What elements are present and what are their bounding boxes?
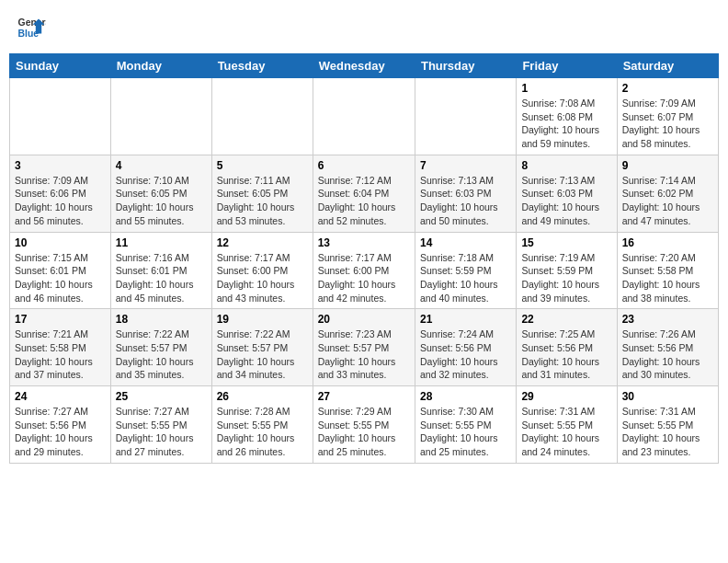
- weekday-header-wednesday: Wednesday: [313, 54, 415, 78]
- day-number: 19: [217, 313, 308, 326]
- calendar-cell: 9Sunrise: 7:14 AMSunset: 6:02 PMDaylight…: [617, 155, 718, 232]
- calendar-cell: [110, 78, 211, 155]
- day-info: Sunrise: 7:09 AMSunset: 6:07 PMDaylight:…: [622, 97, 713, 151]
- day-info: Sunrise: 7:09 AMSunset: 6:06 PMDaylight:…: [15, 174, 106, 228]
- calendar-cell: 27Sunrise: 7:29 AMSunset: 5:55 PMDayligh…: [313, 386, 415, 464]
- day-number: 25: [116, 390, 207, 403]
- calendar-cell: 5Sunrise: 7:11 AMSunset: 6:05 PMDaylight…: [211, 155, 313, 232]
- calendar-cell: 2Sunrise: 7:09 AMSunset: 6:07 PMDaylight…: [617, 78, 718, 155]
- day-number: 1: [521, 82, 611, 95]
- calendar-cell: 23Sunrise: 7:26 AMSunset: 5:56 PMDayligh…: [617, 309, 718, 386]
- calendar-cell: 25Sunrise: 7:27 AMSunset: 5:55 PMDayligh…: [110, 386, 211, 464]
- day-info: Sunrise: 7:29 AMSunset: 5:55 PMDaylight:…: [318, 405, 410, 459]
- calendar-body: 1Sunrise: 7:08 AMSunset: 6:08 PMDaylight…: [10, 78, 719, 464]
- weekday-header-thursday: Thursday: [415, 54, 516, 78]
- day-number: 16: [622, 236, 713, 249]
- calendar-cell: 19Sunrise: 7:22 AMSunset: 5:57 PMDayligh…: [211, 309, 313, 386]
- day-info: Sunrise: 7:10 AMSunset: 6:05 PMDaylight:…: [116, 174, 207, 228]
- day-info: Sunrise: 7:15 AMSunset: 6:01 PMDaylight:…: [15, 251, 106, 305]
- calendar-cell: 28Sunrise: 7:30 AMSunset: 5:55 PMDayligh…: [415, 386, 516, 464]
- day-info: Sunrise: 7:20 AMSunset: 5:58 PMDaylight:…: [622, 251, 713, 305]
- day-number: 2: [622, 82, 713, 95]
- calendar-cell: 16Sunrise: 7:20 AMSunset: 5:58 PMDayligh…: [617, 232, 718, 309]
- calendar-cell: 4Sunrise: 7:10 AMSunset: 6:05 PMDaylight…: [110, 155, 211, 232]
- calendar-cell: 26Sunrise: 7:28 AMSunset: 5:55 PMDayligh…: [211, 386, 313, 464]
- day-number: 24: [15, 390, 106, 403]
- day-info: Sunrise: 7:22 AMSunset: 5:57 PMDaylight:…: [116, 327, 207, 382]
- day-number: 8: [521, 159, 611, 172]
- day-info: Sunrise: 7:30 AMSunset: 5:55 PMDaylight:…: [420, 405, 511, 459]
- day-info: Sunrise: 7:28 AMSunset: 5:55 PMDaylight:…: [217, 405, 308, 459]
- day-number: 9: [622, 159, 713, 172]
- day-info: Sunrise: 7:14 AMSunset: 6:02 PMDaylight:…: [622, 174, 713, 228]
- calendar-cell: 1Sunrise: 7:08 AMSunset: 6:08 PMDaylight…: [517, 78, 617, 155]
- weekday-header-tuesday: Tuesday: [211, 54, 313, 78]
- calendar-header-row: SundayMondayTuesdayWednesdayThursdayFrid…: [10, 54, 719, 78]
- day-number: 18: [116, 313, 207, 326]
- weekday-header-friday: Friday: [517, 54, 617, 78]
- calendar-cell: 21Sunrise: 7:24 AMSunset: 5:56 PMDayligh…: [415, 309, 516, 386]
- weekday-header-saturday: Saturday: [617, 54, 718, 78]
- calendar-cell: [415, 78, 516, 155]
- calendar-cell: 13Sunrise: 7:17 AMSunset: 6:00 PMDayligh…: [313, 232, 415, 309]
- calendar-table: SundayMondayTuesdayWednesdayThursdayFrid…: [9, 53, 719, 464]
- day-info: Sunrise: 7:31 AMSunset: 5:55 PMDaylight:…: [622, 405, 713, 459]
- calendar-week-5: 24Sunrise: 7:27 AMSunset: 5:56 PMDayligh…: [10, 386, 719, 464]
- day-number: 4: [116, 159, 207, 172]
- calendar-cell: [313, 78, 415, 155]
- calendar-week-2: 3Sunrise: 7:09 AMSunset: 6:06 PMDaylight…: [10, 155, 719, 232]
- day-number: 12: [217, 236, 308, 249]
- logo-icon: General Blue: [17, 13, 46, 42]
- day-number: 28: [420, 390, 511, 403]
- day-info: Sunrise: 7:17 AMSunset: 6:00 PMDaylight:…: [217, 251, 308, 305]
- day-info: Sunrise: 7:25 AMSunset: 5:56 PMDaylight:…: [521, 327, 611, 382]
- calendar-cell: 12Sunrise: 7:17 AMSunset: 6:00 PMDayligh…: [211, 232, 313, 309]
- calendar-cell: 15Sunrise: 7:19 AMSunset: 5:59 PMDayligh…: [517, 232, 617, 309]
- calendar-cell: 24Sunrise: 7:27 AMSunset: 5:56 PMDayligh…: [10, 386, 111, 464]
- calendar-cell: 22Sunrise: 7:25 AMSunset: 5:56 PMDayligh…: [517, 309, 617, 386]
- day-number: 17: [15, 313, 106, 326]
- day-info: Sunrise: 7:19 AMSunset: 5:59 PMDaylight:…: [521, 251, 611, 305]
- day-info: Sunrise: 7:17 AMSunset: 6:00 PMDaylight:…: [318, 251, 410, 305]
- calendar-cell: [211, 78, 313, 155]
- calendar-cell: 8Sunrise: 7:13 AMSunset: 6:03 PMDaylight…: [517, 155, 617, 232]
- day-info: Sunrise: 7:27 AMSunset: 5:56 PMDaylight:…: [15, 405, 106, 459]
- calendar-cell: 11Sunrise: 7:16 AMSunset: 6:01 PMDayligh…: [110, 232, 211, 309]
- day-info: Sunrise: 7:18 AMSunset: 5:59 PMDaylight:…: [420, 251, 511, 305]
- calendar-cell: 18Sunrise: 7:22 AMSunset: 5:57 PMDayligh…: [110, 309, 211, 386]
- calendar-cell: 6Sunrise: 7:12 AMSunset: 6:04 PMDaylight…: [313, 155, 415, 232]
- calendar-week-1: 1Sunrise: 7:08 AMSunset: 6:08 PMDaylight…: [10, 78, 719, 155]
- day-info: Sunrise: 7:26 AMSunset: 5:56 PMDaylight:…: [622, 327, 713, 382]
- day-number: 22: [521, 313, 611, 326]
- day-info: Sunrise: 7:13 AMSunset: 6:03 PMDaylight:…: [420, 174, 511, 228]
- day-info: Sunrise: 7:16 AMSunset: 6:01 PMDaylight:…: [116, 251, 207, 305]
- day-number: 30: [622, 390, 713, 403]
- day-number: 7: [420, 159, 511, 172]
- day-info: Sunrise: 7:21 AMSunset: 5:58 PMDaylight:…: [15, 327, 106, 382]
- calendar-cell: 14Sunrise: 7:18 AMSunset: 5:59 PMDayligh…: [415, 232, 516, 309]
- day-number: 23: [622, 313, 713, 326]
- weekday-header-sunday: Sunday: [10, 54, 111, 78]
- day-info: Sunrise: 7:23 AMSunset: 5:57 PMDaylight:…: [318, 327, 410, 382]
- day-number: 10: [15, 236, 106, 249]
- day-number: 14: [420, 236, 511, 249]
- day-number: 26: [217, 390, 308, 403]
- page-header: General Blue: [9, 9, 719, 46]
- weekday-header-monday: Monday: [110, 54, 211, 78]
- day-number: 15: [521, 236, 611, 249]
- day-number: 11: [116, 236, 207, 249]
- calendar-cell: 10Sunrise: 7:15 AMSunset: 6:01 PMDayligh…: [10, 232, 111, 309]
- day-info: Sunrise: 7:11 AMSunset: 6:05 PMDaylight:…: [217, 174, 308, 228]
- day-info: Sunrise: 7:13 AMSunset: 6:03 PMDaylight:…: [521, 174, 611, 228]
- day-info: Sunrise: 7:27 AMSunset: 5:55 PMDaylight:…: [116, 405, 207, 459]
- calendar-cell: 3Sunrise: 7:09 AMSunset: 6:06 PMDaylight…: [10, 155, 111, 232]
- day-number: 27: [318, 390, 410, 403]
- day-info: Sunrise: 7:12 AMSunset: 6:04 PMDaylight:…: [318, 174, 410, 228]
- day-number: 29: [521, 390, 611, 403]
- calendar-cell: 7Sunrise: 7:13 AMSunset: 6:03 PMDaylight…: [415, 155, 516, 232]
- calendar-cell: 30Sunrise: 7:31 AMSunset: 5:55 PMDayligh…: [617, 386, 718, 464]
- day-info: Sunrise: 7:08 AMSunset: 6:08 PMDaylight:…: [521, 97, 611, 151]
- day-number: 6: [318, 159, 410, 172]
- calendar-cell: 17Sunrise: 7:21 AMSunset: 5:58 PMDayligh…: [10, 309, 111, 386]
- day-info: Sunrise: 7:22 AMSunset: 5:57 PMDaylight:…: [217, 327, 308, 382]
